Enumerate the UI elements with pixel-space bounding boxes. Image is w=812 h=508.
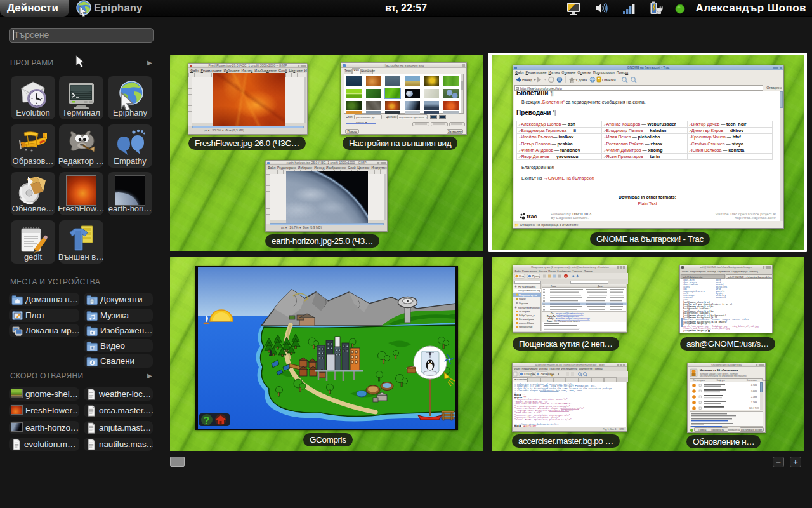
svg-text:Тема: Тема [551,285,556,288]
svg-text:Отметки: Отметки [602,78,615,82]
svg-text:Пращ.: Пращ. [532,275,540,278]
svg-text:security/uninstalled list and: security/uninstalled list and provide ne… [700,375,747,377]
svg-text:trac: trac [527,213,537,220]
svg-text:1.1MB: 1.1MB [751,401,757,404]
svg-text:2.7MB: 2.7MB [751,384,757,387]
svg-text:ВхИрСлучнг_и: ВхИрСлучнг_и [519,314,534,317]
svg-text:Контакти в Evolution: Контакти в Evolution [518,307,540,309]
svg-text:презакантам_: презакантам_ [519,326,534,328]
svg-text:3.2MB: 3.2MB [751,390,757,392]
svg-text:Кошче: Кошче [519,298,526,300]
svg-text:Пощенска кутия: Пощенска кутия [519,294,537,297]
svg-text:Налични са 99 обновления: Налични са 99 обновления [700,368,738,372]
svg-text:ash@kambanaria.org: ash@kambanaria.org [518,290,540,292]
svg-text:Нов: Нов [519,275,525,278]
svg-text:но открити: но открити [519,311,530,313]
svg-text:2.1MB: 2.1MB [751,396,757,398]
svg-text:Вот и избрани: Вот и избрани [519,318,534,321]
svg-text:gnome-BGвро: gnome-BGвро [519,322,534,324]
svg-text:Чернови: Чернови [519,302,528,305]
svg-text:Дата: Дата [598,285,603,288]
svg-text:109.1 TOK: 109.1 TOK [749,407,759,410]
svg-text:?: ? [204,415,210,426]
svg-text:Назад: Назад [522,78,533,82]
svg-text:У дома: У дома [575,78,587,82]
svg-text:На тази машина: На тази машина [518,286,535,288]
